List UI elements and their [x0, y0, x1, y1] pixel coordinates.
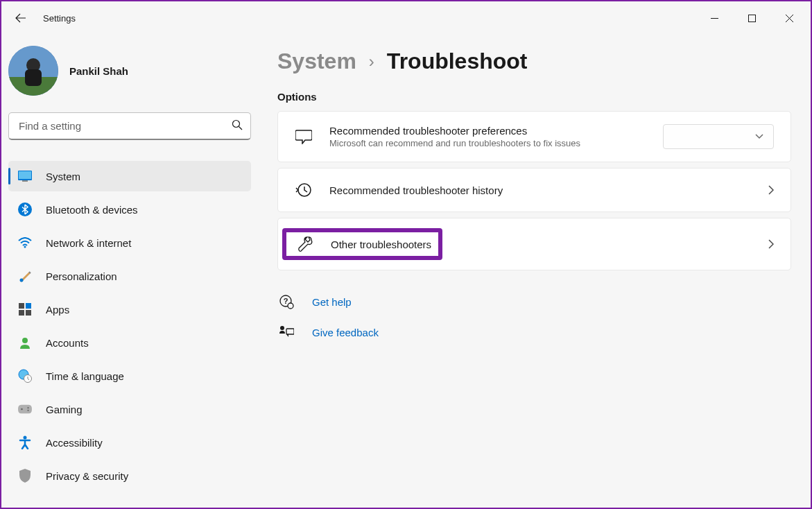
nav-list: System Bluetooth & devices Network & int…: [8, 161, 251, 491]
svg-rect-14: [19, 310, 24, 316]
comment-icon: [295, 128, 313, 146]
back-button[interactable]: [7, 4, 35, 32]
svg-rect-13: [26, 303, 31, 309]
sidebar-item-privacy[interactable]: Privacy & security: [8, 460, 251, 491]
sidebar-item-label: Network & internet: [46, 237, 131, 249]
sidebar-item-time[interactable]: Time & language: [8, 361, 251, 391]
svg-point-22: [24, 436, 27, 440]
svg-point-10: [24, 246, 26, 248]
sidebar-item-label: System: [46, 171, 80, 182]
help-links: ? Get help Give feedback: [277, 293, 791, 341]
chevron-down-icon: [755, 134, 763, 139]
sidebar-item-accounts[interactable]: Accounts: [8, 327, 251, 358]
highlight-annotation: Other troubleshooters: [282, 228, 442, 260]
maximize-button[interactable]: [736, 7, 768, 29]
sidebar-item-system[interactable]: System: [8, 161, 251, 191]
person-icon: [18, 336, 32, 350]
card-title: Other troubleshooters: [331, 239, 431, 250]
card-title: Recommended troubleshooter preferences: [329, 125, 646, 137]
profile-name: Pankil Shah: [69, 65, 128, 77]
sidebar-item-label: Privacy & security: [46, 470, 128, 482]
svg-text:?: ?: [284, 297, 288, 305]
window-controls: [698, 7, 805, 29]
back-arrow-icon: [15, 12, 26, 24]
chevron-right-icon: [768, 185, 774, 195]
sidebar-item-personalization[interactable]: Personalization: [8, 261, 251, 291]
sidebar-item-label: Apps: [46, 304, 69, 316]
svg-rect-28: [286, 329, 294, 334]
search-wrap: [8, 112, 251, 140]
chevron-right-icon: ›: [369, 52, 374, 71]
link-text: Give feedback: [312, 327, 379, 338]
minimize-button[interactable]: [698, 7, 730, 29]
svg-point-27: [280, 326, 284, 330]
svg-point-16: [22, 338, 28, 343]
close-button[interactable]: [773, 7, 805, 29]
bluetooth-icon: [18, 202, 32, 216]
breadcrumb-parent[interactable]: System: [277, 49, 356, 74]
history-icon: [295, 181, 313, 199]
profile-section[interactable]: Pankil Shah: [8, 35, 251, 112]
main-content: System › Troubleshoot Options Recommende…: [258, 35, 811, 508]
svg-point-26: [288, 303, 293, 309]
sidebar: Pankil Shah System Bluetooth & devices N…: [1, 35, 258, 508]
sidebar-item-label: Accessibility: [46, 437, 103, 449]
search-input[interactable]: [8, 112, 251, 140]
sidebar-item-network[interactable]: Network & internet: [8, 227, 251, 258]
wrench-icon: [296, 235, 314, 253]
other-troubleshooters-card[interactable]: Other troubleshooters: [277, 218, 791, 270]
svg-rect-8: [22, 180, 28, 182]
svg-rect-12: [19, 303, 24, 309]
sidebar-item-label: Bluetooth & devices: [46, 204, 138, 216]
svg-rect-15: [26, 310, 31, 316]
svg-point-11: [20, 279, 24, 282]
avatar: [8, 46, 58, 96]
card-title: Recommended troubleshooter history: [329, 184, 503, 196]
get-help-link[interactable]: ? Get help: [277, 293, 791, 311]
section-header: Options: [277, 91, 791, 103]
system-icon: [18, 169, 32, 183]
accessibility-icon: [18, 435, 32, 449]
link-text: Get help: [312, 296, 352, 308]
sidebar-item-label: Gaming: [46, 404, 83, 415]
svg-rect-4: [25, 69, 42, 86]
preferences-dropdown[interactable]: [663, 124, 774, 149]
sidebar-item-apps[interactable]: Apps: [8, 294, 251, 325]
svg-rect-0: [748, 15, 755, 21]
sidebar-item-gaming[interactable]: Gaming: [8, 394, 251, 424]
breadcrumb-current: Troubleshoot: [387, 49, 528, 74]
help-icon: ?: [277, 293, 295, 311]
sidebar-item-accessibility[interactable]: Accessibility: [8, 427, 251, 458]
clock-globe-icon: [18, 369, 32, 383]
give-feedback-link[interactable]: Give feedback: [277, 323, 791, 341]
search-icon: [232, 119, 243, 133]
sidebar-item-label: Time & language: [46, 370, 124, 382]
svg-point-5: [233, 121, 240, 128]
sidebar-item-label: Personalization: [46, 270, 117, 282]
svg-point-19: [21, 408, 23, 411]
gamepad-icon: [18, 402, 32, 416]
paintbrush-icon: [18, 269, 32, 283]
svg-point-20: [27, 407, 28, 408]
card-subtitle: Microsoft can recommend and run troubles…: [329, 138, 646, 148]
breadcrumb: System › Troubleshoot: [277, 49, 791, 74]
history-card[interactable]: Recommended troubleshooter history: [277, 168, 791, 212]
window-title: Settings: [43, 13, 76, 24]
sidebar-item-bluetooth[interactable]: Bluetooth & devices: [8, 194, 251, 225]
recommended-preferences-card[interactable]: Recommended troubleshooter preferences M…: [277, 111, 791, 162]
chevron-right-icon: [768, 239, 774, 249]
svg-point-21: [27, 410, 28, 411]
feedback-icon: [277, 323, 295, 341]
svg-rect-7: [19, 171, 31, 179]
shield-icon: [18, 469, 32, 483]
wifi-icon: [18, 236, 32, 250]
sidebar-item-label: Accounts: [46, 337, 89, 349]
apps-icon: [18, 302, 32, 316]
titlebar: Settings: [1, 1, 811, 35]
